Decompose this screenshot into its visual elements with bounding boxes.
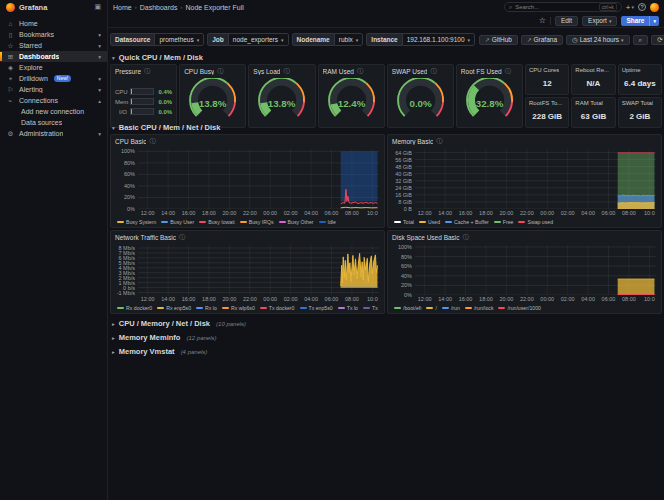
sidebar-item-connections[interactable]: ⌁ Connections ▴ — [0, 95, 107, 106]
sidebar-item-add-new-connection[interactable]: Add new connection — [0, 106, 107, 117]
legend-item[interactable]: Idle — [319, 219, 336, 225]
panel-header[interactable]: Pressure ⓘ — [111, 65, 176, 78]
panel-header[interactable]: Network Traffic Basic ⓘ — [111, 231, 384, 244]
legend-item[interactable]: Swap used — [518, 219, 553, 225]
legend-item[interactable]: Tx docker0 — [260, 305, 295, 311]
legend-item[interactable]: Tx lo — [338, 305, 358, 311]
panel-header[interactable]: Reboot Re... — [572, 65, 614, 75]
x-tick: 00:00 — [263, 296, 277, 302]
legend-item[interactable]: /run/user/1000 — [498, 305, 540, 311]
sidebar-item-alerting[interactable]: ⚐ Alerting ▾ — [0, 84, 107, 95]
panel-header[interactable]: RAM Total — [572, 98, 614, 108]
share-button[interactable]: Share ▾ — [621, 16, 659, 26]
row-panel-count: (4 panels) — [181, 349, 208, 355]
info-icon[interactable]: ⓘ — [283, 67, 289, 76]
legend-item[interactable]: Tx enp5s0 — [300, 305, 333, 311]
legend-color-dash — [338, 307, 345, 309]
template-variable[interactable]: Instance 192.168.1.100:9100 ▾ — [366, 33, 475, 46]
add-new-button[interactable]: + ▾ — [626, 3, 634, 12]
search-input[interactable]: ⌕ Search... ctrl+k — [504, 2, 622, 12]
legend-item[interactable]: Total — [394, 219, 414, 225]
legend-item[interactable]: Rx wlp6s0 — [222, 305, 255, 311]
legend-item[interactable]: Busy IRQs — [240, 219, 274, 225]
info-icon[interactable]: ⓘ — [179, 233, 185, 242]
refresh-button[interactable]: ⟳ Refresh 1m ▾ — [651, 35, 664, 45]
info-icon[interactable]: ⓘ — [149, 137, 155, 146]
help-icon[interactable]: ? — [638, 3, 646, 11]
legend-color-dash — [157, 307, 164, 309]
panel-header[interactable]: Sys Load ⓘ — [249, 65, 314, 78]
panel-header[interactable]: RootFS To... — [526, 98, 568, 108]
grafana-link-button[interactable]: ↗ Grafana — [521, 35, 563, 45]
main-area: Home›Dashboards›Node Exporter Full ⌕ Sea… — [108, 0, 664, 500]
panel-header[interactable]: Uptime — [619, 65, 661, 75]
template-variable[interactable]: Datasource prometheus ▾ — [110, 33, 204, 46]
variable-value-dropdown[interactable]: node_exporters ▾ — [228, 33, 289, 46]
plug-icon: ⌁ — [6, 97, 15, 105]
panel-header[interactable]: SWAP Total — [619, 98, 661, 108]
legend-item[interactable]: /run — [442, 305, 460, 311]
section-header-basic[interactable]: ▾ Basic CPU / Mem / Net / Disk — [108, 120, 664, 134]
info-icon[interactable]: ⓘ — [436, 137, 442, 146]
legend-item[interactable]: /boot/efi — [394, 305, 421, 311]
breadcrumb-item[interactable]: Node Exporter Full — [185, 4, 243, 11]
panel-header[interactable]: Memory Basic ⓘ — [388, 135, 661, 148]
dashboard-row-memory-meminfo[interactable]: ▸ Memory Meminfo (12 panels) — [108, 331, 664, 344]
export-button[interactable]: Export ▾ — [582, 16, 617, 26]
variable-value-dropdown[interactable]: rubix ▾ — [334, 33, 364, 46]
legend-item[interactable]: Busy Other — [279, 219, 314, 225]
legend-item[interactable]: / — [426, 305, 436, 311]
template-variable[interactable]: Nodename rubix ▾ — [292, 33, 364, 46]
plot-area — [138, 149, 379, 209]
legend-item[interactable]: Free — [494, 219, 514, 225]
breadcrumb-item[interactable]: Dashboards — [140, 4, 178, 11]
panel-header[interactable]: Disk Space Used Basic ⓘ — [388, 231, 661, 244]
legend-item[interactable]: Rx docker0 — [117, 305, 152, 311]
panel-header[interactable]: RAM Used ⓘ — [319, 65, 384, 78]
zoom-out-button[interactable]: ⌕ — [633, 35, 649, 45]
panel-header[interactable]: SWAP Used ⓘ — [388, 65, 453, 78]
panel-header[interactable]: CPU Busy ⓘ — [180, 65, 245, 78]
variable-value-dropdown[interactable]: prometheus ▾ — [154, 33, 204, 46]
legend-item[interactable]: Tx wlp6s0 — [363, 305, 379, 311]
sidebar-item-data-sources[interactable]: Data sources — [0, 117, 107, 128]
user-avatar[interactable] — [650, 3, 659, 12]
legend-item[interactable]: Busy Iowait — [199, 219, 235, 225]
panel-header[interactable]: Root FS Used ⓘ — [457, 65, 522, 78]
sidebar-item-dashboards[interactable]: ⊞ Dashboards ▾ — [0, 51, 107, 62]
breadcrumb-item[interactable]: Home — [113, 4, 132, 11]
legend-item[interactable]: Cache + Buffer — [445, 219, 489, 225]
favorite-star-icon[interactable]: ☆ — [539, 16, 546, 25]
variable-value-dropdown[interactable]: 192.168.1.100:9100 ▾ — [402, 33, 475, 46]
chart-title: CPU Basic — [115, 138, 146, 145]
panel-header[interactable]: CPU Basic ⓘ — [111, 135, 384, 148]
legend-item[interactable]: Busy User — [161, 219, 194, 225]
info-icon[interactable]: ⓘ — [357, 67, 363, 76]
time-range-picker[interactable]: ◷ Last 24 hours ▾ — [566, 35, 630, 45]
sidebar-item-starred[interactable]: ☆ Starred ▾ — [0, 40, 107, 51]
info-icon[interactable]: ⓘ — [144, 67, 150, 76]
dashboard-row-memory-vmstat[interactable]: ▸ Memory Vmstat (4 panels) — [108, 345, 664, 358]
edit-button[interactable]: Edit — [555, 16, 578, 26]
panel-header[interactable]: CPU Cores — [526, 65, 568, 75]
legend-item[interactable]: Rx lo — [196, 305, 217, 311]
info-icon[interactable]: ⓘ — [463, 233, 469, 242]
section-header-quick[interactable]: ▾ Quick CPU / Mem / Disk — [108, 50, 664, 64]
dashboard-row-cpu-memory-net-disk[interactable]: ▸ CPU / Memory / Net / Disk (10 panels) — [108, 317, 664, 330]
info-icon[interactable]: ⓘ — [430, 67, 436, 76]
sidebar-item-explore[interactable]: ◈ Explore — [0, 62, 107, 73]
sidebar-item-home[interactable]: ⌂ Home — [0, 18, 107, 29]
legend-item[interactable]: Used — [419, 219, 440, 225]
dock-sidebar-icon[interactable]: ▣ — [94, 3, 101, 11]
topbar: Home›Dashboards›Node Exporter Full ⌕ Sea… — [108, 0, 664, 14]
sidebar-item-drilldown[interactable]: ⌖ Drilldown New! ▾ — [0, 73, 107, 84]
legend-item[interactable]: /run/lock — [465, 305, 494, 311]
info-icon[interactable]: ⓘ — [217, 67, 223, 76]
sidebar-item-administration[interactable]: ⚙ Administration ▾ — [0, 128, 107, 139]
legend-item[interactable]: Busy System — [117, 219, 156, 225]
github-link-button[interactable]: ↗ GitHub — [479, 35, 518, 45]
sidebar-item-bookmarks[interactable]: ▯ Bookmarks ▾ — [0, 29, 107, 40]
template-variable[interactable]: Job node_exporters ▾ — [207, 33, 288, 46]
info-icon[interactable]: ⓘ — [505, 67, 511, 76]
legend-item[interactable]: Rx enp5s0 — [157, 305, 191, 311]
